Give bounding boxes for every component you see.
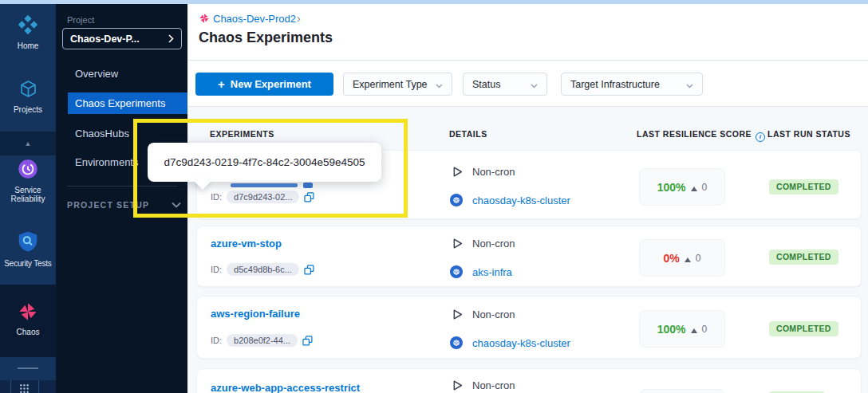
kubernetes-icon: ☸ xyxy=(450,336,463,349)
info-icon[interactable]: i xyxy=(756,132,765,142)
schedule-type: Non-cron xyxy=(472,309,515,320)
security-tests-icon xyxy=(16,242,40,256)
schedule-type: Non-cron xyxy=(472,238,515,250)
hidden-copy-icon xyxy=(303,183,313,188)
chevron-down-icon xyxy=(436,77,443,92)
experiment-type-filter-label: Experiment Type xyxy=(353,79,436,90)
experiment-name-link[interactable]: azure-web-app-access-restrict xyxy=(211,382,360,393)
status-badge: COMPLETED xyxy=(769,321,838,336)
column-header-score-label: LAST RESILIENCE SCORE xyxy=(637,129,752,139)
rail-label-projects: Projects xyxy=(0,105,56,114)
project-selector-value: Chaos-Dev-P... xyxy=(70,33,168,45)
play-icon xyxy=(450,308,464,321)
home-icon xyxy=(17,25,39,38)
main-content: Chaos-Dev-Prod2 › Chaos Experiments + Ne… xyxy=(187,4,868,393)
column-header-details: DETAILS xyxy=(449,129,487,139)
sidebar-item-chaos-experiments[interactable]: Chaos Experiments xyxy=(68,92,187,114)
rail-label-home: Home xyxy=(0,41,56,50)
app-window: Home Projects ▲ Service Reliability Secu… xyxy=(0,0,868,393)
kubernetes-icon: ☸ xyxy=(450,194,463,206)
status-badge: COMPLETED xyxy=(769,250,838,265)
rail-footer-divider xyxy=(10,380,11,393)
rail-label-security-tests: Security Tests xyxy=(0,259,56,268)
id-label: ID: xyxy=(211,192,222,202)
column-header-experiments: EXPERIMENTS xyxy=(210,129,274,139)
tooltip-text: d7c9d243-0219-4f7c-84c2-3004e59e4505 xyxy=(164,156,365,168)
status-filter[interactable]: Status xyxy=(463,73,547,96)
chevron-down-icon xyxy=(172,200,181,210)
resilience-score: 0% 0 xyxy=(639,239,725,277)
rail-label-chaos: Chaos xyxy=(0,328,56,336)
table-row[interactable]: azure-web-app-access-restrict Non-cron xyxy=(196,368,862,393)
project-setup-label: PROJECT SETUP xyxy=(67,200,149,210)
infrastructure-link[interactable]: aks-infra xyxy=(472,266,512,278)
resilience-score: 100% 0 xyxy=(639,310,725,348)
project-selector[interactable]: Chaos-Dev-P... xyxy=(62,28,182,49)
experiment-type-filter[interactable]: Experiment Type xyxy=(343,73,452,96)
module-rail: Home Projects ▲ Service Reliability Secu… xyxy=(0,4,56,393)
chaos-icon xyxy=(18,311,38,324)
table-row[interactable]: azure-vm-stop ID: d5c49d8b-6c... Non-cro… xyxy=(196,226,862,287)
breadcrumb-chaos-icon xyxy=(199,13,210,27)
rail-footer-divider xyxy=(38,380,39,393)
copy-icon[interactable] xyxy=(304,265,314,275)
chevron-down-icon xyxy=(531,77,538,92)
id-label: ID: xyxy=(211,265,222,274)
delta-up-icon xyxy=(685,251,691,265)
rail-item-projects[interactable]: Projects xyxy=(0,78,56,114)
table-row[interactable]: aws-region-failure ID: b208e0f2-44... No… xyxy=(196,296,862,359)
score-delta: 0 xyxy=(702,324,708,335)
score-value: 100% xyxy=(657,323,686,336)
experiment-name-link[interactable]: azure-vm-stop xyxy=(211,238,282,250)
service-reliability-icon xyxy=(17,169,39,183)
project-label: Project xyxy=(67,15,94,25)
rail-item-home[interactable]: Home xyxy=(0,14,56,50)
rail-item-security-tests[interactable]: Security Tests xyxy=(0,230,56,268)
module-grid-icon[interactable] xyxy=(19,383,30,393)
infrastructure-link[interactable]: chaosday-k8s-cluster xyxy=(472,337,570,349)
hidden-experiment-name xyxy=(231,183,298,187)
delta-up-icon xyxy=(691,180,697,195)
experiment-id-row: ID: b208e0f2-44... xyxy=(211,334,313,347)
breadcrumb-project-link[interactable]: Chaos-Dev-Prod2 xyxy=(213,13,296,25)
plus-icon: + xyxy=(218,78,225,90)
resilience-score: 100% 0 xyxy=(639,168,725,206)
sidebar-item-chaoshubs[interactable]: ChaosHubs xyxy=(56,124,187,144)
target-infrastructure-filter-label: Target Infrastructure xyxy=(570,79,686,90)
column-header-score: LAST RESILIENCE SCOREi xyxy=(637,129,765,142)
column-header-status: LAST RUN STATUS xyxy=(767,129,850,139)
page-title: Chaos Experiments xyxy=(199,29,333,46)
rail-item-service-reliability[interactable]: Service Reliability xyxy=(0,158,56,203)
play-icon xyxy=(450,165,464,179)
projects-icon xyxy=(18,88,39,102)
score-value: 0% xyxy=(664,252,680,265)
resilience-score xyxy=(639,389,725,393)
scroll-up-icon[interactable]: ▲ xyxy=(0,136,56,151)
play-icon xyxy=(450,379,464,392)
rail-collapse-handle[interactable] xyxy=(18,367,38,369)
target-infrastructure-filter[interactable]: Target Infrastructure xyxy=(561,73,703,96)
experiment-id: b208e0f2-44... xyxy=(227,334,298,347)
rail-footer xyxy=(0,380,56,393)
experiment-id: d7c9d243-02... xyxy=(227,191,299,203)
new-experiment-button[interactable]: + New Experiment xyxy=(195,73,333,96)
copy-icon[interactable] xyxy=(302,336,313,346)
infrastructure-link[interactable]: chaosday-k8s-cluster xyxy=(472,195,570,206)
new-experiment-label: New Experiment xyxy=(231,78,311,90)
experiment-id-row: ID: d5c49d8b-6c... xyxy=(211,263,314,276)
rail-item-chaos[interactable]: Chaos xyxy=(0,301,56,336)
play-icon xyxy=(450,237,464,250)
kubernetes-icon: ☸ xyxy=(450,265,463,278)
project-setup-section[interactable]: PROJECT SETUP xyxy=(67,200,181,210)
schedule-type: Non-cron xyxy=(472,166,515,178)
delta-up-icon xyxy=(691,322,697,336)
status-filter-label: Status xyxy=(472,79,531,90)
score-value: 100% xyxy=(657,181,686,194)
copy-icon[interactable] xyxy=(304,192,314,202)
sidebar-item-overview[interactable]: Overview xyxy=(56,64,187,84)
schedule-type: Non-cron xyxy=(472,379,515,391)
status-badge: COMPLETED xyxy=(769,179,838,195)
nav-divider xyxy=(67,186,177,187)
experiment-name-link[interactable]: aws-region-failure xyxy=(211,308,300,320)
experiment-id: d5c49d8b-6c... xyxy=(227,263,299,276)
